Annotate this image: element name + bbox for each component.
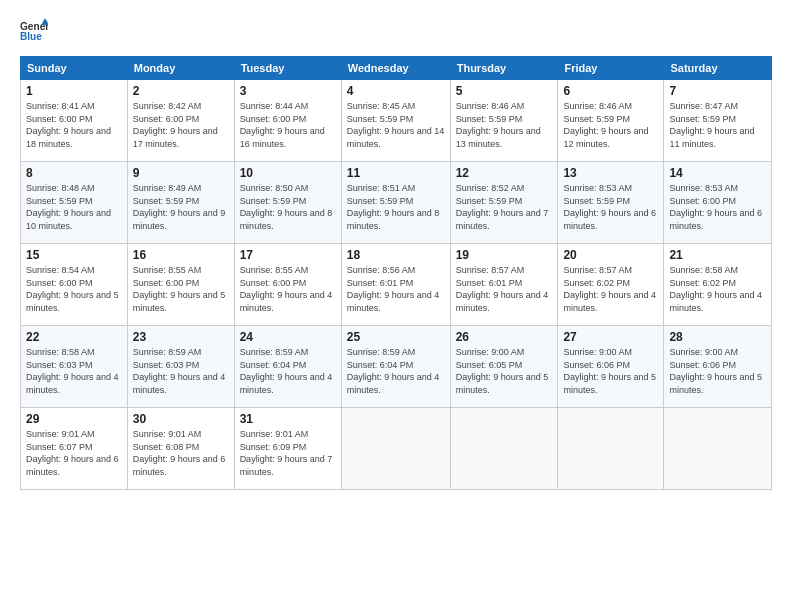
- day-cell: [341, 408, 450, 490]
- day-number: 4: [347, 84, 445, 98]
- day-info: Sunrise: 8:59 AM Sunset: 6:04 PM Dayligh…: [347, 346, 445, 396]
- day-number: 10: [240, 166, 336, 180]
- day-cell: 20 Sunrise: 8:57 AM Sunset: 6:02 PM Dayl…: [558, 244, 664, 326]
- day-number: 26: [456, 330, 553, 344]
- weekday-header-wednesday: Wednesday: [341, 57, 450, 80]
- day-number: 24: [240, 330, 336, 344]
- weekday-header-row: SundayMondayTuesdayWednesdayThursdayFrid…: [21, 57, 772, 80]
- day-info: Sunrise: 8:51 AM Sunset: 5:59 PM Dayligh…: [347, 182, 445, 232]
- day-cell: 25 Sunrise: 8:59 AM Sunset: 6:04 PM Dayl…: [341, 326, 450, 408]
- day-number: 7: [669, 84, 766, 98]
- day-info: Sunrise: 9:00 AM Sunset: 6:06 PM Dayligh…: [669, 346, 766, 396]
- day-cell: 29 Sunrise: 9:01 AM Sunset: 6:07 PM Dayl…: [21, 408, 128, 490]
- day-number: 5: [456, 84, 553, 98]
- day-info: Sunrise: 8:46 AM Sunset: 5:59 PM Dayligh…: [563, 100, 658, 150]
- day-number: 28: [669, 330, 766, 344]
- day-cell: 19 Sunrise: 8:57 AM Sunset: 6:01 PM Dayl…: [450, 244, 558, 326]
- day-info: Sunrise: 8:59 AM Sunset: 6:03 PM Dayligh…: [133, 346, 229, 396]
- day-number: 22: [26, 330, 122, 344]
- day-info: Sunrise: 8:52 AM Sunset: 5:59 PM Dayligh…: [456, 182, 553, 232]
- day-cell: 11 Sunrise: 8:51 AM Sunset: 5:59 PM Dayl…: [341, 162, 450, 244]
- day-info: Sunrise: 9:01 AM Sunset: 6:07 PM Dayligh…: [26, 428, 122, 478]
- day-number: 29: [26, 412, 122, 426]
- day-number: 1: [26, 84, 122, 98]
- week-row-3: 15 Sunrise: 8:54 AM Sunset: 6:00 PM Dayl…: [21, 244, 772, 326]
- day-info: Sunrise: 8:54 AM Sunset: 6:00 PM Dayligh…: [26, 264, 122, 314]
- week-row-4: 22 Sunrise: 8:58 AM Sunset: 6:03 PM Dayl…: [21, 326, 772, 408]
- day-number: 9: [133, 166, 229, 180]
- day-number: 15: [26, 248, 122, 262]
- day-cell: 9 Sunrise: 8:49 AM Sunset: 5:59 PM Dayli…: [127, 162, 234, 244]
- weekday-header-saturday: Saturday: [664, 57, 772, 80]
- day-cell: 6 Sunrise: 8:46 AM Sunset: 5:59 PM Dayli…: [558, 80, 664, 162]
- day-info: Sunrise: 8:41 AM Sunset: 6:00 PM Dayligh…: [26, 100, 122, 150]
- day-number: 19: [456, 248, 553, 262]
- svg-text:Blue: Blue: [20, 31, 42, 42]
- day-info: Sunrise: 8:57 AM Sunset: 6:02 PM Dayligh…: [563, 264, 658, 314]
- day-cell: 28 Sunrise: 9:00 AM Sunset: 6:06 PM Dayl…: [664, 326, 772, 408]
- page: General Blue SundayMondayTuesdayWednesda…: [0, 0, 792, 612]
- day-number: 25: [347, 330, 445, 344]
- logo: General Blue: [20, 18, 48, 46]
- day-info: Sunrise: 8:58 AM Sunset: 6:02 PM Dayligh…: [669, 264, 766, 314]
- day-number: 6: [563, 84, 658, 98]
- day-info: Sunrise: 8:44 AM Sunset: 6:00 PM Dayligh…: [240, 100, 336, 150]
- day-info: Sunrise: 8:59 AM Sunset: 6:04 PM Dayligh…: [240, 346, 336, 396]
- day-info: Sunrise: 8:58 AM Sunset: 6:03 PM Dayligh…: [26, 346, 122, 396]
- day-info: Sunrise: 8:55 AM Sunset: 6:00 PM Dayligh…: [240, 264, 336, 314]
- calendar-table: SundayMondayTuesdayWednesdayThursdayFrid…: [20, 56, 772, 490]
- day-info: Sunrise: 8:49 AM Sunset: 5:59 PM Dayligh…: [133, 182, 229, 232]
- header: General Blue: [20, 18, 772, 46]
- day-cell: 22 Sunrise: 8:58 AM Sunset: 6:03 PM Dayl…: [21, 326, 128, 408]
- weekday-header-monday: Monday: [127, 57, 234, 80]
- weekday-header-tuesday: Tuesday: [234, 57, 341, 80]
- day-info: Sunrise: 8:53 AM Sunset: 5:59 PM Dayligh…: [563, 182, 658, 232]
- day-cell: 14 Sunrise: 8:53 AM Sunset: 6:00 PM Dayl…: [664, 162, 772, 244]
- day-info: Sunrise: 8:57 AM Sunset: 6:01 PM Dayligh…: [456, 264, 553, 314]
- day-cell: 26 Sunrise: 9:00 AM Sunset: 6:05 PM Dayl…: [450, 326, 558, 408]
- day-cell: 10 Sunrise: 8:50 AM Sunset: 5:59 PM Dayl…: [234, 162, 341, 244]
- day-number: 20: [563, 248, 658, 262]
- day-cell: 7 Sunrise: 8:47 AM Sunset: 5:59 PM Dayli…: [664, 80, 772, 162]
- day-info: Sunrise: 8:47 AM Sunset: 5:59 PM Dayligh…: [669, 100, 766, 150]
- day-cell: 27 Sunrise: 9:00 AM Sunset: 6:06 PM Dayl…: [558, 326, 664, 408]
- weekday-header-sunday: Sunday: [21, 57, 128, 80]
- day-number: 16: [133, 248, 229, 262]
- day-number: 31: [240, 412, 336, 426]
- day-cell: 17 Sunrise: 8:55 AM Sunset: 6:00 PM Dayl…: [234, 244, 341, 326]
- week-row-5: 29 Sunrise: 9:01 AM Sunset: 6:07 PM Dayl…: [21, 408, 772, 490]
- day-number: 18: [347, 248, 445, 262]
- day-cell: 15 Sunrise: 8:54 AM Sunset: 6:00 PM Dayl…: [21, 244, 128, 326]
- day-number: 3: [240, 84, 336, 98]
- day-cell: 2 Sunrise: 8:42 AM Sunset: 6:00 PM Dayli…: [127, 80, 234, 162]
- day-cell: 18 Sunrise: 8:56 AM Sunset: 6:01 PM Dayl…: [341, 244, 450, 326]
- day-info: Sunrise: 9:00 AM Sunset: 6:06 PM Dayligh…: [563, 346, 658, 396]
- day-number: 17: [240, 248, 336, 262]
- day-cell: [558, 408, 664, 490]
- week-row-2: 8 Sunrise: 8:48 AM Sunset: 5:59 PM Dayli…: [21, 162, 772, 244]
- day-cell: 1 Sunrise: 8:41 AM Sunset: 6:00 PM Dayli…: [21, 80, 128, 162]
- day-cell: 8 Sunrise: 8:48 AM Sunset: 5:59 PM Dayli…: [21, 162, 128, 244]
- day-info: Sunrise: 8:50 AM Sunset: 5:59 PM Dayligh…: [240, 182, 336, 232]
- day-number: 30: [133, 412, 229, 426]
- day-info: Sunrise: 8:46 AM Sunset: 5:59 PM Dayligh…: [456, 100, 553, 150]
- day-cell: 13 Sunrise: 8:53 AM Sunset: 5:59 PM Dayl…: [558, 162, 664, 244]
- day-info: Sunrise: 8:55 AM Sunset: 6:00 PM Dayligh…: [133, 264, 229, 314]
- day-cell: 21 Sunrise: 8:58 AM Sunset: 6:02 PM Dayl…: [664, 244, 772, 326]
- day-info: Sunrise: 9:00 AM Sunset: 6:05 PM Dayligh…: [456, 346, 553, 396]
- day-info: Sunrise: 8:48 AM Sunset: 5:59 PM Dayligh…: [26, 182, 122, 232]
- weekday-header-thursday: Thursday: [450, 57, 558, 80]
- day-info: Sunrise: 8:53 AM Sunset: 6:00 PM Dayligh…: [669, 182, 766, 232]
- day-number: 27: [563, 330, 658, 344]
- day-cell: 24 Sunrise: 8:59 AM Sunset: 6:04 PM Dayl…: [234, 326, 341, 408]
- day-number: 14: [669, 166, 766, 180]
- day-number: 21: [669, 248, 766, 262]
- day-info: Sunrise: 8:42 AM Sunset: 6:00 PM Dayligh…: [133, 100, 229, 150]
- day-cell: 4 Sunrise: 8:45 AM Sunset: 5:59 PM Dayli…: [341, 80, 450, 162]
- day-info: Sunrise: 9:01 AM Sunset: 6:08 PM Dayligh…: [133, 428, 229, 478]
- day-cell: [664, 408, 772, 490]
- day-cell: 30 Sunrise: 9:01 AM Sunset: 6:08 PM Dayl…: [127, 408, 234, 490]
- day-number: 12: [456, 166, 553, 180]
- day-number: 2: [133, 84, 229, 98]
- day-cell: 12 Sunrise: 8:52 AM Sunset: 5:59 PM Dayl…: [450, 162, 558, 244]
